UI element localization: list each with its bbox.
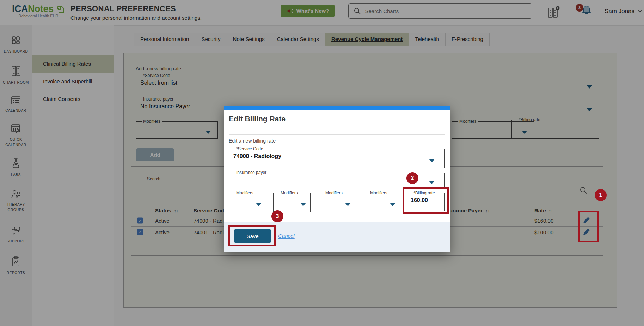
modal-title: Edit Billing Rate bbox=[229, 115, 286, 123]
modal-modifier-select-4[interactable]: Modifiers bbox=[363, 191, 400, 212]
dropdown-arrow-icon bbox=[256, 203, 262, 206]
cancel-link[interactable]: Cancel bbox=[278, 233, 295, 240]
annotation-step-1: 1 bbox=[595, 189, 607, 201]
modal-service-code-value: 74000 - Radiology bbox=[233, 151, 441, 159]
annotation-box-edit-buttons bbox=[578, 211, 599, 242]
modal-divider bbox=[229, 134, 445, 135]
dropdown-arrow-icon bbox=[345, 203, 351, 206]
dropdown-arrow-icon bbox=[300, 203, 306, 206]
dropdown-arrow-icon bbox=[390, 203, 395, 206]
modal-modifier-select-1[interactable]: Modifiers bbox=[229, 191, 266, 212]
modal-section-label: Edit a new billing rate bbox=[229, 138, 276, 144]
modal-service-code-select[interactable]: *Service Code 74000 - Radiology bbox=[229, 146, 445, 168]
modal-modifier-select-2[interactable]: Modifiers bbox=[273, 191, 311, 212]
annotation-step-3: 3 bbox=[271, 210, 283, 222]
dropdown-arrow-icon bbox=[429, 159, 435, 162]
annotation-step-2: 2 bbox=[406, 172, 418, 184]
annotation-box-save bbox=[228, 225, 276, 246]
dropdown-arrow-icon bbox=[429, 181, 435, 184]
modal-accent-bar bbox=[224, 106, 450, 110]
annotation-box-billing-rate bbox=[403, 187, 449, 214]
modal-modifier-select-3[interactable]: Modifiers bbox=[318, 191, 355, 212]
app-root: ICANotes Behavioral Health EHR PERSONAL … bbox=[0, 0, 644, 326]
